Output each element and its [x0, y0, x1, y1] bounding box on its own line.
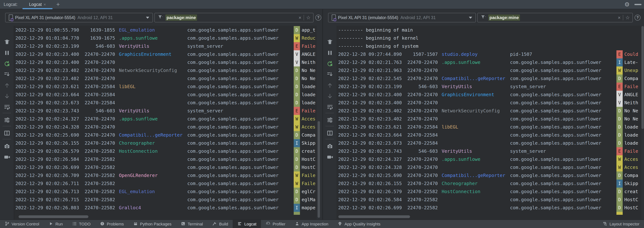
horizontal-scrollbar[interactable]: [338, 215, 410, 218]
statusbar-item-profiler[interactable]: Profiler: [261, 220, 290, 228]
log-row[interactable]: --------- beginning of kernel: [337, 34, 642, 42]
log-row[interactable]: 2022-12-29 02:02:21.96322470-22470com.go…: [337, 66, 642, 74]
log-row[interactable]: --------- beginning of main: [337, 26, 642, 34]
next-occurrence-icon[interactable]: [326, 93, 334, 100]
log-row[interactable]: 2022-12-29 02:02:22.54522470-22470Compat…: [337, 74, 642, 83]
log-row[interactable]: 2022-12-29 02:02:24.32722470-22470.apps.…: [14, 115, 317, 123]
device-selector[interactable]: Pixel XL API 31 (emulator-5554) Android …: [5, 13, 153, 22]
vertical-scrollbar[interactable]: [642, 26, 644, 129]
restart-logcat-icon[interactable]: [4, 60, 10, 67]
log-row[interactable]: 2022-12-29 02:02:25.69022470-22470Compat…: [14, 131, 317, 139]
log-row[interactable]: 2022-12-29 02:02:23.40022470-22470Graphi…: [14, 50, 317, 58]
filter-query[interactable]: package:mine: [166, 14, 197, 21]
log-row[interactable]: 2022-12-29 02:02:23.66422470-22584com.go…: [14, 91, 317, 99]
new-tab-button[interactable]: +: [54, 0, 62, 8]
help-icon[interactable]: ?: [635, 15, 640, 20]
horizontal-scrollbar[interactable]: [18, 215, 88, 218]
tab-close-icon[interactable]: ×: [44, 2, 46, 7]
statusbar-item-app-inspection[interactable]: App Inspection: [290, 220, 333, 228]
log-row[interactable]: 2022-12-29 02:02:23.199546-603 VerityUti…: [14, 42, 317, 50]
statusbar-item-layout-inspector[interactable]: Layout Inspector: [598, 220, 644, 228]
favorite-filter-icon[interactable]: ☆: [306, 15, 310, 20]
log-row[interactable]: 2022-12-29 02:02:21.76322470-22470.apps.…: [337, 58, 642, 66]
log-row[interactable]: 2022-12-29 02:02:23.66422470-22584com.go…: [337, 131, 642, 139]
log-row[interactable]: 2022-12-29 02:02:26.80322470-22582Grallo…: [14, 204, 317, 212]
log-row[interactable]: 2022-12-29 02:02:24.32822470-22470com.go…: [14, 123, 317, 131]
split-panels-icon[interactable]: [4, 130, 10, 137]
statusbar-item-terminal[interactable]: Terminal: [176, 220, 208, 228]
log-row[interactable]: 2022-12-29 02:02:26.58422470-22582com.go…: [14, 155, 317, 163]
filter-field[interactable]: package:mine × ☆: [154, 13, 314, 22]
log-row[interactable]: 2022-12-29 02:02:26.57922470-22582HostCo…: [337, 188, 642, 196]
log-row[interactable]: 2022-12-28 09:27:44.8901507-1507studio.d…: [337, 50, 642, 58]
help-icon[interactable]: ?: [316, 15, 321, 20]
log-row[interactable]: 2022-12-29 02:02:26.57922470-22582HostCo…: [14, 147, 317, 155]
scroll-to-end-icon[interactable]: [326, 71, 334, 78]
log-row[interactable]: 2022-12-29 02:02:26.71322470-22582EGL_em…: [14, 188, 317, 196]
previous-occurrence-icon[interactable]: [4, 82, 10, 89]
log-row[interactable]: --------- beginning of system: [337, 42, 642, 50]
favorite-filter-icon[interactable]: ☆: [626, 15, 630, 20]
log-row[interactable]: 2022-12-29 02:02:23.743546-603 VerityUti…: [14, 107, 317, 115]
screenshot-icon[interactable]: [326, 143, 334, 150]
clear-logcat-icon[interactable]: [4, 38, 10, 45]
statusbar-item-run[interactable]: Run: [44, 220, 67, 228]
screen-record-icon[interactable]: [326, 154, 334, 160]
statusbar-item-python-packages[interactable]: Python Packages: [128, 220, 176, 228]
log-row[interactable]: 2022-12-29 02:02:23.40222470-22470Networ…: [337, 107, 642, 115]
log-row[interactable]: 2022-12-29 02:02:26.71522470-22582com.go…: [14, 196, 317, 204]
log-view[interactable]: --------- beginning of main--------- beg…: [337, 26, 642, 220]
statusbar-item-build[interactable]: Build: [208, 220, 233, 228]
log-row[interactable]: 2022-12-29 02:02:26.58422470-22582com.go…: [337, 196, 642, 204]
log-row[interactable]: 2022-12-29 02:02:26.69922470-22582com.go…: [14, 163, 317, 172]
log-row[interactable]: 2022-12-29 02:02:26.15522470-22470Choreo…: [337, 180, 642, 188]
soft-wrap-icon[interactable]: [326, 104, 334, 111]
log-row[interactable]: 2022-12-29 01:00:55.7901639-1855EGL_emul…: [14, 26, 317, 34]
log-row[interactable]: 2022-12-29 02:02:23.40222470-22470Networ…: [14, 66, 317, 74]
log-row[interactable]: 2022-12-29 02:02:23.40022470-22470com.go…: [14, 58, 317, 66]
clear-filter-icon[interactable]: ×: [299, 15, 302, 20]
log-row[interactable]: 2022-12-29 02:02:24.32722470-22470.apps.…: [337, 155, 642, 163]
filter-field[interactable]: package:mine × ☆: [477, 13, 633, 22]
scroll-to-end-icon[interactable]: [4, 71, 10, 78]
screen-record-icon[interactable]: [4, 154, 10, 160]
log-row[interactable]: 2022-12-29 02:02:26.69922470-22582com.go…: [337, 204, 642, 212]
statusbar-item-todo[interactable]: TODO: [68, 220, 95, 228]
log-row[interactable]: 2022-12-29 02:02:24.32822470-22470com.go…: [337, 163, 642, 172]
log-row[interactable]: 2022-12-29 02:02:23.40222470-22470com.go…: [14, 74, 317, 83]
log-row[interactable]: 2022-12-29 02:02:23.40022470-22470com.go…: [337, 99, 642, 107]
log-row[interactable]: 2022-12-29 02:02:23.62122470-22584libEGL…: [14, 83, 317, 91]
log-row[interactable]: 2022-12-29 01:01:04.7701639-1675.apps.su…: [14, 34, 317, 42]
log-row[interactable]: 2022-12-29 02:02:25.69022470-22470Compat…: [337, 172, 642, 180]
log-row[interactable]: 2022-12-29 02:02:26.15522470-22470Choreo…: [14, 139, 317, 147]
statusbar-item-app-quality-insights[interactable]: App Quality Insights: [333, 220, 385, 228]
pause-icon[interactable]: [4, 49, 10, 56]
device-selector[interactable]: Pixel XL API 31 (emulator-5554) Android …: [328, 13, 476, 22]
statusbar-item-logcat[interactable]: Logcat: [233, 220, 261, 228]
log-row[interactable]: 2022-12-29 02:02:23.199546-603 VerityUti…: [337, 83, 642, 91]
log-row[interactable]: 2022-12-29 02:02:23.67322470-22584com.go…: [14, 99, 317, 107]
filter-query[interactable]: package:mine: [488, 14, 520, 21]
log-row[interactable]: 2022-12-29 02:02:23.40022470-22470Graphi…: [337, 91, 642, 99]
log-row[interactable]: 2022-12-29 02:02:23.743546-603 VerityUti…: [337, 147, 642, 155]
filter-funnel-icon[interactable]: [157, 14, 164, 21]
screenshot-icon[interactable]: [4, 143, 10, 150]
configure-logcat-icon[interactable]: [326, 117, 334, 124]
previous-occurrence-icon[interactable]: [326, 82, 334, 89]
statusbar-item-version-control[interactable]: Version Control: [0, 220, 44, 228]
next-occurrence-icon[interactable]: [4, 93, 10, 100]
gear-icon[interactable]: ⚙: [624, 0, 630, 9]
pause-icon[interactable]: [326, 49, 334, 56]
split-panels-icon[interactable]: [326, 130, 334, 137]
restart-logcat-icon[interactable]: [326, 60, 334, 67]
clear-logcat-icon[interactable]: [326, 38, 334, 45]
hide-tool-window-icon[interactable]: [634, 4, 642, 5]
log-row[interactable]: 2022-12-29 02:02:23.67322470-22584com.go…: [337, 139, 642, 147]
tab-logcat[interactable]: Logcat×: [22, 0, 53, 9]
log-row[interactable]: 2022-12-29 02:02:23.40222470-22470com.go…: [337, 115, 642, 123]
soft-wrap-icon[interactable]: [4, 104, 10, 111]
vertical-scrollbar[interactable]: [318, 121, 320, 218]
clear-filter-icon[interactable]: ×: [618, 15, 621, 20]
log-row[interactable]: 2022-12-29 02:02:26.71122470-22582com.go…: [14, 180, 317, 188]
log-row[interactable]: 2022-12-29 02:02:26.70922470-22582OpenGL…: [14, 172, 317, 180]
